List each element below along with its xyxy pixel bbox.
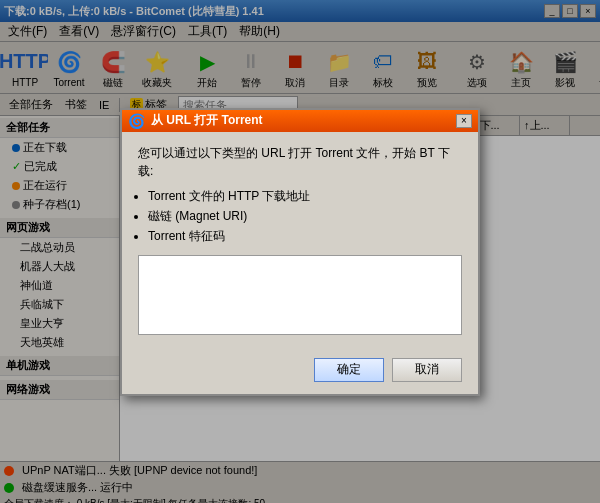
modal-title-bar: 🌀 从 URL 打开 Torrent × (122, 110, 478, 132)
modal-list-item-2: 磁链 (Magnet URI) (148, 208, 462, 225)
modal-cancel-button[interactable]: 取消 (392, 358, 462, 382)
modal-ok-button[interactable]: 确定 (314, 358, 384, 382)
modal-description: 您可以通过以下类型的 URL 打开 Torrent 文件，开始 BT 下载: (138, 144, 462, 180)
modal-close-button[interactable]: × (456, 114, 472, 128)
modal-list: Torrent 文件的 HTTP 下载地址 磁链 (Magnet URI) To… (138, 188, 462, 245)
modal-title-label: 从 URL 打开 Torrent (151, 112, 263, 129)
url-torrent-modal: 🌀 从 URL 打开 Torrent × 您可以通过以下类型的 URL 打开 T… (120, 108, 480, 396)
modal-torrent-icon: 🌀 (128, 113, 145, 129)
modal-list-item-3: Torrent 特征码 (148, 228, 462, 245)
modal-overlay: 🌀 从 URL 打开 Torrent × 您可以通过以下类型的 URL 打开 T… (0, 0, 600, 503)
modal-title-text: 🌀 从 URL 打开 Torrent (128, 112, 263, 129)
modal-body: 您可以通过以下类型的 URL 打开 Torrent 文件，开始 BT 下载: T… (122, 132, 478, 350)
modal-footer: 确定 取消 (122, 350, 478, 394)
url-input-textarea[interactable] (138, 255, 462, 335)
modal-list-item-1: Torrent 文件的 HTTP 下载地址 (148, 188, 462, 205)
